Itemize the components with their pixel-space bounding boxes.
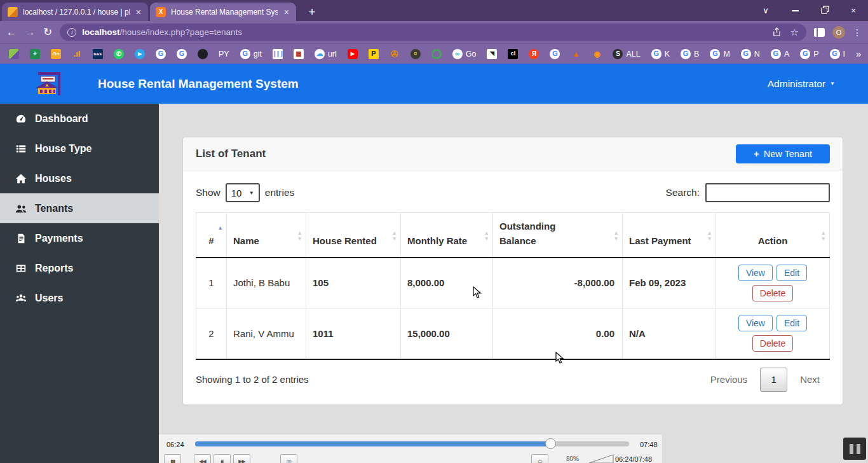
corner-pause-button[interactable] — [843, 438, 866, 460]
cart-icon[interactable]: ¤ — [410, 49, 421, 59]
delete-button[interactable]: Delete — [752, 285, 793, 301]
google-bookmark-p[interactable]: GP — [800, 49, 818, 59]
sidebar-item-houses[interactable]: Houses — [0, 163, 159, 193]
bookmark-label: K — [665, 50, 670, 59]
restore-button[interactable] — [810, 0, 839, 21]
google-icon[interactable]: G — [177, 49, 187, 59]
barcode-icon: ║║║ — [273, 49, 283, 59]
tenant-card: List of Tenant + New Tenant Show 10 ▼ en… — [183, 137, 843, 404]
forward-icon[interactable]: → — [25, 27, 36, 38]
new-tab-button[interactable]: + — [304, 5, 320, 19]
new-tenant-button[interactable]: + New Tenant — [736, 144, 830, 163]
s-bookmark[interactable]: SALL — [613, 49, 640, 59]
google-bookmark-a[interactable]: GA — [771, 49, 789, 59]
volume-wedge-icon[interactable] — [588, 454, 614, 463]
url-host: localhost — [82, 27, 119, 37]
column-header-num[interactable]: # ▲ — [196, 213, 227, 258]
column-header-house[interactable]: House Rented ▲▼ — [306, 213, 401, 258]
bookmark-star-icon[interactable]: ☆ — [790, 27, 799, 38]
reload-icon[interactable]: ↻ — [43, 27, 52, 38]
cloud-url-bookmark[interactable]: ☁url — [315, 49, 337, 59]
edit-button[interactable]: Edit — [776, 315, 807, 331]
seek-bar[interactable] — [195, 441, 629, 446]
eagle-icon[interactable]: ◥ — [487, 49, 497, 59]
card-header: List of Tenant + New Tenant — [183, 137, 843, 170]
google-bookmark-i[interactable]: GI — [830, 49, 845, 59]
current-page-button[interactable]: 1 — [760, 368, 787, 392]
analytics-icon[interactable]: .ıl — [72, 49, 82, 59]
eye-icon[interactable]: ◉ — [592, 49, 602, 59]
google-bookmark-m[interactable]: GM — [710, 49, 729, 59]
search-input[interactable] — [705, 183, 830, 202]
forward-button[interactable]: ▶▶ — [233, 454, 250, 463]
column-header-rate[interactable]: Monthly Rate ▲▼ — [401, 213, 493, 258]
rewind-button[interactable]: ◀◀ — [194, 454, 211, 463]
address-bar[interactable]: i localhost/house/index.php?page=tenants… — [60, 24, 806, 41]
view-button[interactable]: View — [738, 265, 773, 281]
view-button[interactable]: View — [738, 315, 773, 331]
py-bookmark[interactable]: PY — [219, 50, 229, 59]
edit-button[interactable]: Edit — [776, 265, 807, 281]
tab-search-icon[interactable]: ∨ — [751, 0, 780, 21]
side-panel-icon[interactable] — [814, 28, 825, 37]
ieee-icon[interactable]: IEEE — [93, 49, 103, 59]
movie-camera-icon[interactable]: ✇ — [390, 49, 400, 59]
seek-bar-fill — [195, 441, 551, 446]
delete-button[interactable]: Delete — [752, 335, 793, 352]
pause-button[interactable]: ▮▮ — [164, 454, 181, 463]
user-menu[interactable]: Administrator ▼ — [768, 78, 835, 90]
url-text[interactable]: localhost/house/index.php?page=tenants — [82, 27, 766, 37]
calendar-icon[interactable]: ▦ — [294, 49, 304, 59]
page-length-select[interactable]: 10 ▼ — [226, 183, 260, 202]
youtube-icon[interactable]: ▶ — [348, 49, 358, 59]
sheets-icon[interactable]: + — [30, 49, 40, 59]
barcode-icon[interactable]: ║║║ — [273, 49, 283, 59]
ring-icon[interactable] — [431, 49, 442, 59]
whatsapp-icon[interactable]: ✆ — [114, 49, 124, 59]
next-page-button[interactable]: Next — [790, 369, 830, 390]
stop-button[interactable]: ■ — [214, 454, 231, 463]
cl-icon[interactable]: cl — [508, 49, 518, 59]
google-bookmark-n[interactable]: GN — [741, 49, 760, 59]
browser-menu-icon[interactable]: ⋮ — [853, 27, 862, 38]
google-bookmark-b[interactable]: GB — [681, 49, 699, 59]
tab-close-icon[interactable]: × — [135, 7, 142, 17]
godaddy-bookmark[interactable]: ∞Go — [452, 49, 477, 59]
share-icon[interactable] — [772, 27, 782, 37]
column-header-name[interactable]: Name ▲▼ — [227, 213, 306, 258]
bookmarks-overflow-icon[interactable]: » — [856, 48, 861, 59]
leaves-icon[interactable] — [9, 49, 19, 59]
column-header-last-payment[interactable]: Last Payment ▲▼ — [623, 213, 716, 258]
p-icon[interactable]: P — [369, 49, 379, 59]
back-icon[interactable]: ← — [6, 27, 17, 38]
tab-phpmyadmin[interactable]: localhost / 127.0.0.1 / house | php × — [2, 3, 148, 21]
seek-handle[interactable] — [545, 438, 556, 449]
yandex-icon[interactable]: Я — [529, 49, 539, 59]
google-bookmark-m: G — [710, 49, 720, 59]
sidebar-item-tenants[interactable]: Tenants — [0, 193, 159, 223]
loop-button[interactable]: ▭ — [531, 454, 548, 463]
google-icon[interactable]: G — [550, 49, 560, 59]
git-bookmark[interactable]: Ggit — [240, 49, 262, 59]
matlab-icon[interactable]: ▲ — [571, 49, 581, 59]
telegram-icon[interactable]: ▸ — [135, 49, 145, 59]
sidebar-item-users[interactable]: Users — [0, 283, 159, 313]
github-icon[interactable] — [198, 49, 208, 59]
sidebar-item-dashboard[interactable]: Dashboard — [0, 104, 159, 134]
column-header-action[interactable]: Action ▲▼ — [716, 213, 830, 258]
site-info-icon[interactable]: i — [67, 28, 76, 37]
tab-close-icon[interactable]: × — [283, 7, 290, 17]
google-bookmark-k[interactable]: GK — [651, 49, 670, 59]
tab-house-rental[interactable]: X House Rental Management Syste × — [150, 3, 296, 21]
column-header-balance[interactable]: Outstanding Balance ▲▼ — [493, 213, 623, 258]
google-icon[interactable]: G — [156, 49, 166, 59]
sidebar-item-payments[interactable]: Payments — [0, 223, 159, 253]
close-window-button[interactable]: × — [839, 0, 868, 21]
sidebar-item-house-type[interactable]: House Type — [0, 134, 159, 163]
previous-page-button[interactable]: Previous — [700, 369, 757, 390]
minimize-button[interactable] — [780, 0, 810, 21]
sidebar-item-reports[interactable]: Reports — [0, 253, 159, 283]
step-button[interactable]: ▯▯ — [280, 454, 297, 463]
profile-avatar[interactable]: O — [832, 26, 845, 39]
gn-icon[interactable]: Gn — [51, 49, 61, 59]
